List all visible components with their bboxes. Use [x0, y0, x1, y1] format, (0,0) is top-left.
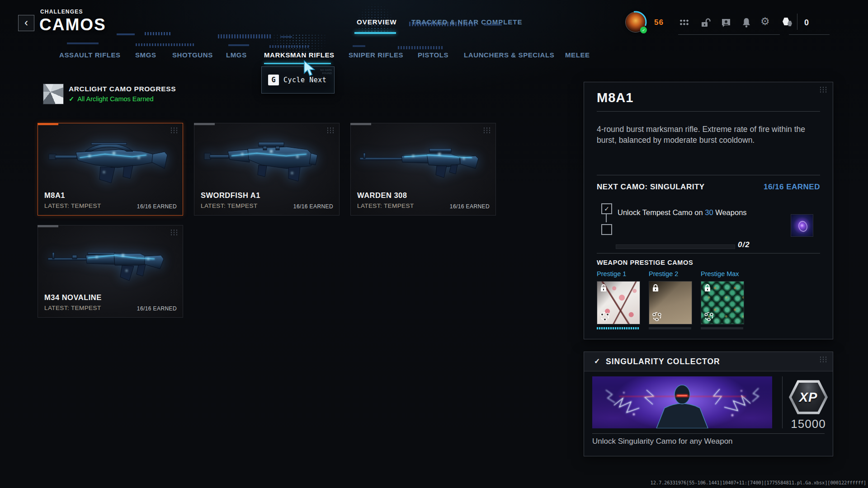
social-chat-icon[interactable]: [721, 17, 731, 28]
back-chevron-icon: ‹: [24, 17, 28, 28]
tab-melee[interactable]: MELEE: [565, 51, 590, 59]
panel-dots-icon: [819, 356, 828, 363]
next-camo-label: NEXT CAMO: SINGULARITY: [597, 183, 705, 192]
currency-separator: [797, 14, 797, 30]
weapon-earned-count: 16/16 EARNED: [293, 203, 333, 210]
weapon-card-m8a1[interactable]: M8A1 LATEST: TEMPEST 16/16 EARNED: [38, 123, 183, 216]
player-emblem[interactable]: ✓: [625, 12, 646, 33]
challenge-text: Unlock Tempest Camo on 30 Weapons: [618, 208, 747, 217]
notifications-bell-icon[interactable]: [741, 17, 752, 28]
weapon-card-swordfish-a1[interactable]: SWORDFISH A1 LATEST: TEMPEST 16/16 EARNE…: [194, 123, 340, 216]
weapon-earned-count: 16/16 EARNED: [137, 203, 177, 210]
tab-overview[interactable]: OVERVIEW: [357, 18, 397, 26]
weapon-earned-count: 16/16 EARNED: [450, 203, 490, 210]
lock-icon: [651, 284, 660, 292]
settings-gear-icon[interactable]: ⚙: [760, 15, 770, 28]
earned-count: 16/16 EARNED: [764, 183, 820, 192]
challenge-progress-bar: [616, 244, 735, 249]
page-title: CAMOS: [39, 15, 106, 34]
figure-silhouette: [619, 385, 746, 428]
breadcrumb: CHALLENGES: [40, 9, 83, 15]
weapon-earned-count: 16/16 EARNED: [137, 305, 177, 312]
prestige-max-label[interactable]: Prestige Max: [701, 270, 739, 277]
icon-group-divider: [678, 34, 780, 35]
prestige-camos-header: WEAPON PRESTIGE CAMOS: [597, 259, 693, 266]
prestige-1-camo-tile[interactable]: [597, 281, 640, 324]
online-check-icon: ✓: [640, 27, 647, 33]
keycap-g: G: [268, 75, 279, 85]
check-icon: ✓: [594, 357, 600, 366]
detail-title: M8A1: [597, 90, 633, 105]
marksman-beam-decoration: [269, 34, 327, 64]
prestige-2-progress: [649, 327, 691, 329]
arclight-progress-title: ARCLIGHT CAMO PROGRESS: [69, 85, 176, 93]
tab-smgs[interactable]: SMGS: [135, 51, 156, 59]
collector-description: Unlock Singularity Camo for any Weapon: [592, 437, 733, 446]
back-button[interactable]: ‹: [18, 15, 34, 31]
challenge-progress-fraction: 0/2: [738, 240, 750, 249]
weapon-image-swordfish-a1: [203, 131, 331, 188]
player-level: 56: [654, 18, 664, 27]
weapon-latest-camo: LATEST: TEMPEST: [201, 202, 258, 209]
weapon-detail-panel: M8A1 4-round burst marksman rifle. Extre…: [584, 82, 833, 339]
detail-description: 4-round burst marksman rifle. Extreme ra…: [597, 124, 816, 145]
prestige-2-camo-tile[interactable]: [649, 281, 692, 324]
panel-dots-icon: [819, 86, 828, 94]
card-notch: [38, 225, 58, 227]
card-notch: [350, 123, 371, 125]
prestige-max-camo-tile[interactable]: [701, 281, 744, 324]
lock-icon: [703, 284, 712, 292]
tab-tracked-near-complete[interactable]: TRACKED & NEAR COMPLETE: [411, 18, 523, 26]
currency-divider: [789, 34, 830, 35]
tab-lmgs[interactable]: LMGS: [226, 51, 247, 59]
unlock-icon[interactable]: [700, 17, 711, 28]
tab-pistols[interactable]: PISTOLS: [418, 51, 448, 59]
weapon-name: WARDEN 308: [357, 191, 407, 200]
singularity-camo-thumbnail: [791, 214, 813, 237]
challenge-checkbox-complete: ✓: [601, 203, 612, 214]
mouse-cursor-icon: [302, 60, 318, 77]
weapon-image-m34-novaline: [46, 233, 175, 290]
cycle-camo-icon: [651, 311, 662, 322]
challenge-checkbox-incomplete: [601, 224, 612, 235]
tab-assault-rifles[interactable]: ASSAULT RIFLES: [59, 51, 121, 59]
check-icon: ✓: [69, 95, 74, 103]
singularity-banner-image: [592, 376, 772, 428]
build-version: 12.7.26331976[55-106.1441]10407+11:[7400…: [651, 480, 866, 485]
cycle-camo-icon: [703, 311, 714, 322]
currency-balance: 0: [804, 18, 809, 28]
checkbox-connector: [606, 214, 607, 222]
xp-reward-badge: XP: [789, 379, 828, 415]
prestige-1-label[interactable]: Prestige 1: [597, 270, 626, 277]
collector-title: SINGULARITY COLLECTOR: [606, 357, 720, 366]
lock-icon: [599, 284, 608, 292]
xp-reward-value: 15000: [789, 417, 828, 431]
marksman-tab-underline: [264, 63, 331, 64]
weapon-image-m8a1: [46, 131, 175, 188]
camos-screen: ‹ CHALLENGES CAMOS OVERVIEW TRACKED & NE…: [0, 0, 868, 488]
xp-label: XP: [799, 390, 818, 405]
weapon-image-warden-308: [359, 131, 487, 188]
cycle-camo-icon: [599, 311, 610, 322]
overview-beam-decoration: [354, 3, 396, 33]
weapon-card-warden-308[interactable]: WARDEN 308 LATEST: TEMPEST 16/16 EARNED: [350, 123, 496, 216]
tab-sniper-rifles[interactable]: SNIPER RIFLES: [349, 51, 403, 59]
prestige-max-progress: [701, 327, 743, 329]
card-notch: [38, 123, 58, 125]
tab-launchers-specials[interactable]: LAUNCHERS & SPECIALS: [464, 51, 554, 59]
apps-grid-icon[interactable]: [679, 19, 689, 26]
prestige-1-progress: [597, 327, 639, 329]
weapon-name: M34 NOVALINE: [44, 293, 102, 302]
tab-marksman-rifles[interactable]: MARKSMAN RIFLES: [264, 51, 335, 59]
weapon-name: SWORDFISH A1: [201, 191, 260, 200]
weapon-latest-camo: LATEST: TEMPEST: [44, 202, 101, 209]
weapon-card-m34-novaline[interactable]: M34 NOVALINE LATEST: TEMPEST 16/16 EARNE…: [38, 225, 183, 318]
tab-shotguns[interactable]: SHOTGUNS: [172, 51, 213, 59]
singularity-collector-panel: ✓ SINGULARITY COLLECTOR: [584, 352, 833, 456]
weapon-latest-camo: LATEST: TEMPEST: [357, 202, 414, 209]
arclight-camo-thumbnail: [43, 84, 64, 104]
weapon-name: M8A1: [44, 191, 65, 200]
cycle-next-tooltip: G Cycle Next NO DATA FOUND: [261, 66, 335, 94]
reward-divider: [782, 376, 783, 428]
prestige-2-label[interactable]: Prestige 2: [649, 270, 678, 277]
